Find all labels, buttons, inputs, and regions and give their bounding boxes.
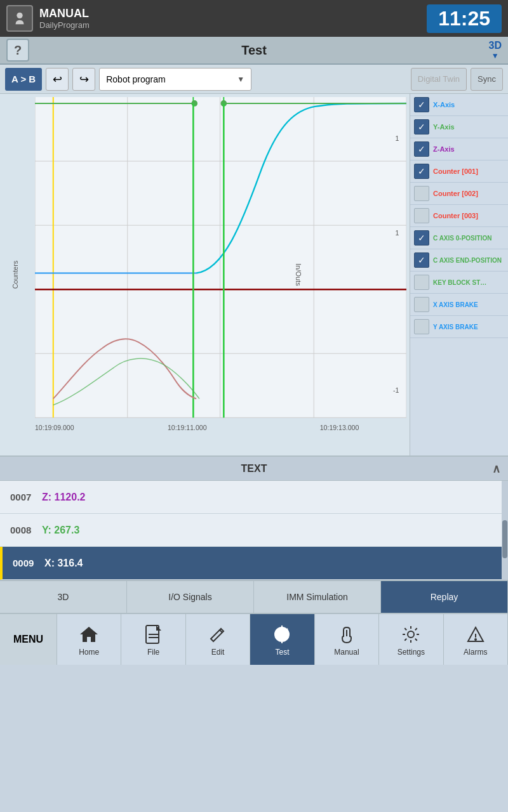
- page-title: Test: [241, 43, 267, 58]
- svg-point-18: [191, 100, 197, 107]
- caxis0-checkbox[interactable]: ✓: [414, 230, 429, 246]
- x-axis-checkbox[interactable]: ✓: [414, 97, 429, 112]
- tab-replay[interactable]: Replay: [381, 581, 508, 613]
- svg-text:1: 1: [396, 229, 399, 237]
- manual-button[interactable]: Manual: [315, 614, 379, 665]
- legend-ybrake[interactable]: Y AXIS BRAKE: [410, 316, 508, 338]
- collapse-button[interactable]: ∧: [492, 462, 500, 476]
- file-button[interactable]: File: [121, 614, 185, 665]
- digital-twin-button[interactable]: Digital Twin: [411, 68, 467, 91]
- chevron-down-icon: ▼: [491, 51, 499, 60]
- z-axis-label: Z-Axis: [433, 145, 455, 153]
- counter002-label: Counter [002]: [433, 190, 478, 197]
- home-icon: [77, 623, 100, 646]
- sync-button[interactable]: Sync: [471, 68, 503, 91]
- alarms-button[interactable]: Alarms: [444, 614, 508, 665]
- y-axis-checkbox[interactable]: ✓: [414, 119, 429, 134]
- text-rows-container: 0007 Z: 1120.2 0008 Y: 267.3 0009 X: 316…: [0, 481, 508, 580]
- svg-point-43: [279, 631, 285, 638]
- y-axis-right-label: In/Outs: [294, 263, 302, 285]
- tab-3d[interactable]: 3D: [0, 581, 127, 613]
- svg-text:10:19:13.000: 10:19:13.000: [320, 424, 359, 431]
- redo-button[interactable]: ↪: [72, 68, 95, 91]
- 3d-toggle[interactable]: 3D ▼: [489, 40, 502, 60]
- legend-caxisend[interactable]: ✓ C AXIS END-POSITION: [410, 249, 508, 272]
- counter002-checkbox[interactable]: [414, 186, 429, 201]
- x-axis-label: X-Axis: [433, 101, 455, 108]
- legend-counter002[interactable]: Counter [002]: [410, 183, 508, 205]
- legend-counter001[interactable]: ✓ Counter [001]: [410, 160, 508, 183]
- counter001-checkbox[interactable]: ✓: [414, 164, 429, 179]
- toolbar-right: Digital Twin Sync: [411, 68, 503, 91]
- header-time: 11:25: [427, 4, 502, 33]
- legend-z-axis[interactable]: ✓ Z-Axis: [410, 138, 508, 160]
- tab-imm-simulation[interactable]: IMM Simulation: [254, 581, 381, 613]
- scrollbar-track[interactable]: [502, 481, 508, 580]
- chevron-down-icon: ▼: [237, 75, 244, 84]
- program-selector[interactable]: Robot program ▼: [99, 68, 251, 91]
- header-title: MANUAL DailyProgram: [39, 7, 90, 30]
- keyblock-label: KEY BLOCK ST…: [433, 279, 486, 286]
- footer-nav: MENU Home File Edit: [0, 613, 508, 665]
- svg-point-47: [408, 631, 414, 638]
- legend-caxis0[interactable]: ✓ C AXIS 0-POSITION: [410, 227, 508, 249]
- xbrake-label: X AXIS BRAKE: [433, 301, 478, 308]
- legend-y-axis[interactable]: ✓ Y-Axis: [410, 116, 508, 138]
- scrollbar-thumb[interactable]: [502, 520, 507, 558]
- counter001-label: Counter [001]: [433, 167, 478, 175]
- ybrake-checkbox[interactable]: [414, 319, 429, 334]
- help-button[interactable]: ?: [6, 39, 29, 62]
- legend-xbrake[interactable]: X AXIS BRAKE: [410, 294, 508, 316]
- legend-counter003[interactable]: Counter [003]: [410, 205, 508, 227]
- chart-main[interactable]: Counters In/Outs: [0, 94, 410, 455]
- edit-button[interactable]: Edit: [186, 614, 250, 665]
- counter003-label: Counter [003]: [433, 212, 478, 219]
- top-bar: ? Test 3D ▼: [0, 37, 508, 65]
- menu-button[interactable]: MENU: [0, 614, 57, 665]
- text-row-0009[interactable]: 0009 X: 316.4: [0, 547, 508, 580]
- xbrake-checkbox[interactable]: [414, 297, 429, 312]
- legend-x-axis[interactable]: ✓ X-Axis: [410, 94, 508, 116]
- svg-text:10:19:09.000: 10:19:09.000: [35, 424, 74, 431]
- text-row-0007[interactable]: 0007 Z: 1120.2: [0, 481, 508, 514]
- caxisend-checkbox[interactable]: ✓: [414, 252, 429, 268]
- toolbar: A > B ↩ ↪ Robot program ▼ Digital Twin S…: [0, 65, 508, 94]
- svg-text:10:19:11.000: 10:19:11.000: [168, 424, 207, 431]
- keyblock-checkbox[interactable]: [414, 275, 429, 290]
- edit-icon: [206, 623, 229, 646]
- settings-button[interactable]: Settings: [379, 614, 443, 665]
- manual-icon: [6, 5, 33, 32]
- file-icon: [142, 623, 165, 646]
- chart-svg: 1 1 -1 2000.0 1500.0 1000.0 500.0 .0 1 –…: [35, 97, 406, 436]
- settings-icon: [399, 623, 422, 646]
- tab-io-signals[interactable]: I/O Signals: [127, 581, 254, 613]
- y-axis-left-label: Counters: [11, 261, 19, 289]
- header: MANUAL DailyProgram 11:25: [0, 0, 508, 37]
- z-axis-checkbox[interactable]: ✓: [414, 141, 429, 157]
- caxis0-label: C AXIS 0-POSITION: [433, 235, 491, 242]
- chart-legend-sidebar: ✓ X-Axis ✓ Y-Axis ✓ Z-Axis ✓ Counter [00…: [410, 94, 508, 455]
- home-button[interactable]: Home: [57, 614, 121, 665]
- svg-text:1: 1: [396, 134, 399, 142]
- manual-icon: [335, 623, 358, 646]
- y-axis-label: Y-Axis: [433, 123, 455, 131]
- text-header: TEXT ∧: [0, 457, 508, 481]
- svg-point-0: [17, 13, 22, 18]
- test-icon: [271, 623, 293, 646]
- undo-button[interactable]: ↩: [46, 68, 69, 91]
- text-rows: 0007 Z: 1120.2 0008 Y: 267.3 0009 X: 316…: [0, 481, 508, 580]
- counter003-checkbox[interactable]: [414, 208, 429, 223]
- ab-button[interactable]: A > B: [5, 68, 42, 91]
- svg-point-49: [475, 639, 476, 640]
- caxisend-label: C AXIS END-POSITION: [433, 257, 502, 264]
- alarms-icon: [464, 623, 487, 646]
- text-section: TEXT ∧ 0007 Z: 1120.2 0008 Y: 267.3 0009…: [0, 455, 508, 580]
- text-row-0008[interactable]: 0008 Y: 267.3: [0, 514, 508, 547]
- legend-keyblock[interactable]: KEY BLOCK ST…: [410, 272, 508, 294]
- ybrake-label: Y AXIS BRAKE: [433, 324, 478, 331]
- svg-text:-1: -1: [393, 386, 399, 393]
- bottom-tabs: 3D I/O Signals IMM Simulation Replay: [0, 580, 508, 613]
- test-button[interactable]: Test: [250, 614, 314, 665]
- chart-container: Counters In/Outs: [0, 94, 508, 455]
